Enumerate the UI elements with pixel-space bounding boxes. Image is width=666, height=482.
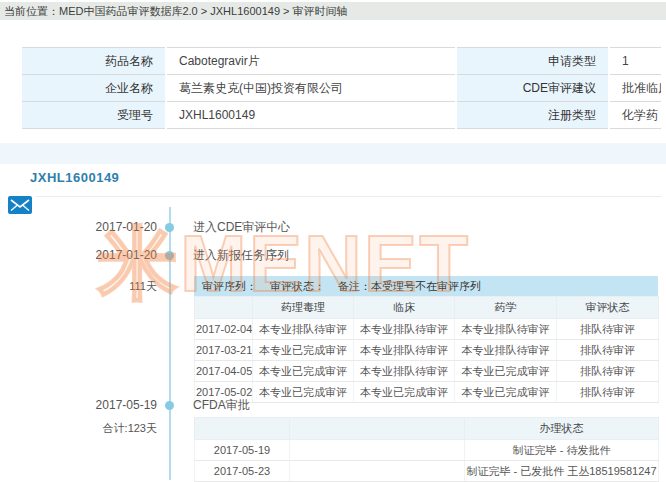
col-header-pharmtox: 药理毒理 [253, 297, 354, 319]
table-row: 2017-05-02 本专业已完成审评 本专业已完成审评 本专业已完成审评 排队… [195, 382, 659, 403]
timeline-event-label: 进入新报任务序列 [193, 246, 289, 264]
cell-clinical: 本专业排队待审评 [354, 361, 455, 382]
cell-review-status: 排队待审评 [557, 382, 659, 403]
cell-review-status: 排队待审评 [557, 340, 659, 361]
company-name-label: 企业名称 [21, 75, 166, 102]
table-row: 2017-02-04 本专业排队待审评 本专业排队待审评 本专业排队待审评 排队… [195, 319, 659, 340]
application-type-label: 申请类型 [456, 48, 609, 75]
cell-pharmtox: 本专业已完成审评 [253, 340, 354, 361]
table-row: 药品名称 Cabotegravir片 申请类型 1 [21, 48, 661, 75]
cell-pharmtox: 本专业已完成审评 [253, 361, 354, 382]
registration-type-label: 注册类型 [456, 102, 609, 129]
review-note-label: 备注：本受理号不在审评序列 [338, 280, 481, 292]
timeline-date: 2017-01-20 [0, 218, 157, 236]
cell-empty [290, 461, 465, 482]
table-row: 2017-05-23 制证完毕 - 已发批件 王丛18519581247 [195, 461, 659, 482]
review-sequence-header: 审评序列：审评状态：备注：本受理号不在审评序列 [194, 276, 658, 296]
drug-name-label: 药品名称 [21, 48, 166, 75]
review-seq-label: 审评序列： [202, 280, 257, 292]
cell-pharmacy: 本专业排队待审评 [455, 319, 557, 340]
company-name-value: 葛兰素史克(中国)投资有限公司 [166, 75, 456, 102]
mail-icon[interactable] [8, 196, 32, 214]
timeline-dot-icon [165, 401, 174, 410]
breadcrumb[interactable]: 当前位置：MED中国药品审评数据库2.0 > JXHL1600149 > 审评时… [0, 2, 666, 20]
cell-date: 2017-04-05 [195, 361, 253, 382]
cell-handling-status: 制证完毕 - 待发批件 [465, 440, 659, 461]
cell-date: 2017-03-21 [195, 340, 253, 361]
timeline-dot-icon [165, 223, 174, 232]
table-row: 2017-04-05 本专业已完成审评 本专业排队待审评 本专业已完成审评 排队… [195, 361, 659, 382]
table-row: 2017-03-21 本专业已完成审评 本专业排队待审评 本专业排队待审评 排队… [195, 340, 659, 361]
timeline-date: 2017-01-20 [0, 246, 157, 264]
approval-status-table: 办理状态 2017-05-19 制证完毕 - 待发批件 2017-05-23 制… [194, 417, 659, 482]
section-divider-band [0, 143, 666, 164]
drug-info-table: 药品名称 Cabotegravir片 申请类型 1 企业名称 葛兰素史克(中国)… [20, 47, 661, 129]
cell-handling-status: 制证完毕 - 已发批件 王丛18519581247 [465, 461, 659, 482]
cde-suggestion-label: CDE审评建议 [456, 75, 609, 102]
total-duration-label: 合计:123天 [0, 420, 157, 436]
cell-date: 2017-02-04 [195, 319, 253, 340]
cell-pharmacy: 本专业已完成审评 [455, 361, 557, 382]
cell-date: 2017-05-19 [195, 440, 290, 461]
cell-pharmtox: 本专业排队待审评 [253, 319, 354, 340]
cell-review-status: 排队待审评 [557, 319, 659, 340]
review-status-label: 审评状态： [270, 280, 325, 292]
cell-empty [290, 440, 465, 461]
timeline-event-label: 进入CDE审评中心 [193, 218, 290, 236]
drug-name-value: Cabotegravir片 [166, 48, 456, 75]
review-sequence-table: 药理毒理 临床 药学 审评状态 2017-02-04 本专业排队待审评 本专业排… [194, 296, 659, 403]
col-header-date [195, 297, 253, 319]
cell-clinical: 本专业排队待审评 [354, 340, 455, 361]
table-header-row: 药理毒理 临床 药学 审评状态 [195, 297, 659, 319]
acceptance-no-label: 受理号 [21, 102, 166, 129]
application-type-value: 1 [609, 48, 661, 75]
col-header-date [195, 418, 290, 440]
approval-status-panel: 办理状态 2017-05-19 制证完毕 - 待发批件 2017-05-23 制… [194, 417, 658, 482]
cell-pharmacy: 本专业已完成审评 [455, 382, 557, 403]
cell-review-status: 排队待审评 [557, 361, 659, 382]
cell-pharmtox: 本专业已完成审评 [253, 382, 354, 403]
review-sequence-panel: 审评序列：审评状态：备注：本受理号不在审评序列 药理毒理 临床 药学 审评状态 … [194, 276, 658, 403]
col-header-handling-status: 办理状态 [465, 418, 659, 440]
table-header-row: 办理状态 [195, 418, 659, 440]
table-row: 2017-05-19 制证完毕 - 待发批件 [195, 440, 659, 461]
col-header-review-status: 审评状态 [557, 297, 659, 319]
acceptance-no-value: JXHL1600149 [166, 102, 456, 129]
col-header-empty [290, 418, 465, 440]
cell-clinical: 本专业排队待审评 [354, 319, 455, 340]
cell-date: 2017-05-23 [195, 461, 290, 482]
review-timeline-page: 当前位置：MED中国药品审评数据库2.0 > JXHL1600149 > 审评时… [0, 0, 666, 482]
table-row: 受理号 JXHL1600149 注册类型 化学药 [21, 102, 661, 129]
table-row: 企业名称 葛兰素史克(中国)投资有限公司 CDE审评建议 批准临床 [21, 75, 661, 102]
timeline-date: 2017-05-19 [0, 396, 157, 414]
page-title: JXHL1600149 [30, 170, 119, 185]
cell-clinical: 本专业已完成审评 [354, 382, 455, 403]
registration-type-value: 化学药 [609, 102, 661, 129]
timeline-dot-icon [165, 251, 174, 260]
col-header-pharmacy: 药学 [455, 297, 557, 319]
cde-suggestion-value: 批准临床 [609, 75, 661, 102]
timeline-line [169, 207, 171, 480]
divider [36, 196, 662, 197]
timeline-event-label: CFDA审批 [193, 396, 250, 414]
duration-label: 111天 [0, 278, 157, 294]
cell-pharmacy: 本专业排队待审评 [455, 340, 557, 361]
col-header-clinical: 临床 [354, 297, 455, 319]
